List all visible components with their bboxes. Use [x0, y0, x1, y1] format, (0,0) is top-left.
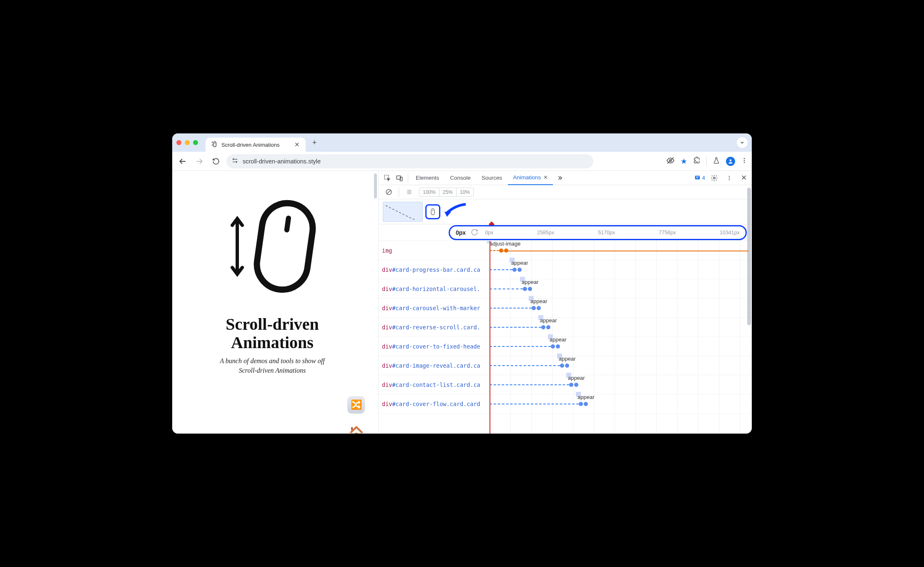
issues-badge[interactable]: 4	[694, 175, 705, 181]
svg-point-4	[233, 158, 234, 160]
replay-icon[interactable]	[471, 228, 478, 237]
back-button[interactable]	[176, 155, 189, 168]
svg-point-12	[744, 160, 745, 161]
speed-10[interactable]: 10%	[457, 188, 473, 196]
page-title: Scroll-driven Animations	[226, 315, 319, 352]
tick-1: 2585px	[537, 230, 554, 236]
tab-favicon	[211, 141, 218, 149]
tab-console[interactable]: Console	[445, 171, 476, 185]
window-controls	[176, 140, 198, 145]
svg-point-11	[744, 158, 745, 159]
speed-25[interactable]: 25%	[439, 188, 457, 196]
svg-point-6	[236, 161, 237, 162]
svg-point-13	[744, 162, 745, 163]
animation-row[interactable]: div#card-image-reveal.card.caappear	[379, 356, 752, 375]
webpage-viewport[interactable]: Scroll-driven Animations A bunch of demo…	[172, 171, 372, 434]
browser-toolbar: scroll-driven-animations.style ★	[172, 152, 752, 171]
animation-row[interactable]: div#card-progress-bar.card.caappear	[379, 260, 752, 279]
reload-button[interactable]	[210, 155, 222, 168]
browser-tab[interactable]: Scroll-driven Animations ✕	[206, 138, 306, 152]
playhead-line[interactable]	[490, 241, 490, 434]
page-logo	[228, 198, 316, 294]
tab-animations[interactable]: Animations✕	[508, 171, 553, 185]
browser-tabstrip: Scroll-driven Animations ✕ +	[172, 133, 752, 152]
settings-gear-icon[interactable]	[708, 172, 720, 184]
animation-row[interactable]: div#card-reverse-scroll.card.appear	[379, 318, 752, 337]
page-subtitle: A bunch of demos and tools to show off S…	[220, 356, 324, 375]
animation-row[interactable]: div#card-cover-flow.card.cardappear	[379, 394, 752, 414]
page-scrollbar[interactable]	[372, 171, 378, 434]
bookmark-star-icon[interactable]: ★	[680, 157, 687, 166]
animation-group-thumbnail[interactable]	[383, 202, 423, 222]
close-window-button[interactable]	[176, 140, 181, 145]
row-selector-label: div#card-contact-list.card.ca	[379, 381, 490, 388]
timeline-header: 0px 0px 2585px 5170px 7756px 10341px	[379, 224, 752, 241]
animation-row[interactable]: div#card-horizontal-carousel.appear	[379, 279, 752, 299]
tick-3: 7756px	[659, 230, 676, 236]
devtools-scrollbar[interactable]	[746, 171, 752, 434]
close-tab-icon[interactable]: ✕	[294, 141, 300, 148]
svg-point-24	[729, 179, 730, 180]
tab-elements[interactable]: Elements	[411, 171, 444, 185]
pause-icon[interactable]	[403, 186, 415, 198]
row-selector-label: div#card-reverse-scroll.card.	[379, 324, 490, 331]
animation-groups-row	[379, 199, 752, 224]
address-bar[interactable]: scroll-driven-animations.style	[226, 154, 593, 168]
timeline-ruler[interactable]: 0px 0px 2585px 5170px 7756px 10341px	[449, 225, 747, 240]
maximize-window-button[interactable]	[193, 140, 198, 145]
tab-sources[interactable]: Sources	[477, 171, 507, 185]
site-settings-icon[interactable]	[231, 157, 239, 166]
svg-rect-15	[254, 200, 316, 293]
row-selector-label: div#card-horizontal-carousel.	[379, 286, 490, 292]
svg-rect-27	[407, 190, 409, 194]
row-selector-label: div#card-cover-flow.card.card	[379, 401, 490, 407]
playback-speed-group: 100% 25% 10%	[419, 188, 474, 197]
visibility-icon[interactable]	[666, 156, 675, 166]
tab-title: Scroll-driven Animations	[221, 142, 279, 148]
animations-toolbar: 100% 25% 10%	[379, 185, 752, 199]
device-toggle-icon[interactable]	[394, 172, 405, 184]
tick-2: 5170px	[598, 230, 615, 236]
forward-button[interactable]	[193, 155, 206, 168]
minimize-window-button[interactable]	[185, 140, 190, 145]
animation-row[interactable]: imgadjust-image	[379, 241, 752, 260]
tick-0: 0px	[485, 230, 493, 236]
animation-row[interactable]: div#card-cover-to-fixed-headeappear	[379, 337, 752, 356]
svg-point-10	[730, 159, 732, 161]
labs-icon[interactable]	[713, 157, 720, 166]
svg-rect-29	[431, 208, 434, 215]
row-selector-label: div#card-cover-to-fixed-heade	[379, 343, 490, 350]
animation-rows[interactable]: imgadjust-imagediv#card-progress-bar.car…	[379, 241, 752, 434]
inspect-icon[interactable]	[381, 172, 393, 184]
menu-icon[interactable]	[741, 157, 748, 166]
tick-4: 10341px	[720, 230, 740, 236]
row-selector-label: div#card-progress-bar.card.ca	[379, 266, 490, 273]
extensions-icon[interactable]	[693, 157, 701, 166]
home-button[interactable]: 🏠	[347, 424, 365, 434]
svg-rect-0	[213, 142, 216, 147]
profile-avatar[interactable]	[726, 157, 735, 166]
more-tabs-icon[interactable]	[554, 172, 565, 184]
annotation-arrow	[443, 203, 468, 219]
speed-100[interactable]: 100%	[419, 188, 439, 196]
row-selector-label: img	[379, 247, 490, 254]
svg-point-22	[729, 176, 730, 176]
svg-point-21	[713, 177, 716, 179]
devtools-tabbar: Elements Console Sources Animations✕ 4 ✕	[379, 171, 752, 185]
shuffle-button[interactable]: 🔀	[347, 396, 365, 414]
url-text: scroll-driven-animations.style	[243, 158, 321, 165]
kebab-menu-icon[interactable]	[723, 172, 735, 184]
svg-line-26	[387, 190, 391, 194]
tabs-overflow-button[interactable]	[737, 137, 748, 148]
animation-row[interactable]: div#card-contact-list.card.caappear	[379, 375, 752, 394]
svg-rect-16	[284, 215, 291, 233]
new-tab-button[interactable]: +	[309, 138, 320, 147]
scroll-driven-indicator-icon[interactable]	[425, 204, 440, 219]
svg-rect-28	[409, 190, 411, 194]
close-panel-icon[interactable]: ✕	[543, 174, 548, 181]
clear-icon[interactable]	[383, 186, 394, 198]
devtools-panel: Elements Console Sources Animations✕ 4 ✕	[378, 171, 752, 434]
svg-point-23	[729, 177, 730, 178]
row-selector-label: div#card-image-reveal.card.ca	[379, 362, 490, 369]
animation-row[interactable]: div#card-carousel-with-markerappear	[379, 299, 752, 318]
